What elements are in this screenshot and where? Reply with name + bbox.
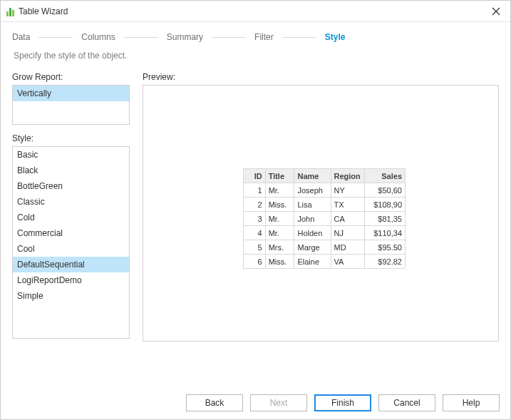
close-icon[interactable] bbox=[483, 1, 509, 21]
table-cell: NJ bbox=[331, 226, 364, 240]
app-icon bbox=[6, 6, 14, 16]
table-header: Sales bbox=[364, 169, 405, 183]
table-row: 4Mr.HoldenNJ$110,34 bbox=[244, 226, 406, 240]
table-cell: 1 bbox=[244, 183, 266, 198]
help-button[interactable]: Help bbox=[443, 394, 500, 411]
style-item[interactable]: Basic bbox=[13, 147, 129, 163]
table-cell: Mr. bbox=[265, 226, 294, 240]
finish-button[interactable]: Finish bbox=[314, 394, 371, 411]
table-cell: Mr. bbox=[265, 212, 294, 226]
table-cell: $81,35 bbox=[364, 212, 405, 226]
table-cell: Miss. bbox=[265, 198, 294, 212]
style-item[interactable]: BottleGreen bbox=[13, 178, 129, 194]
table-row: 2Miss.LisaTX$108,90 bbox=[244, 198, 406, 212]
table-cell: Miss. bbox=[265, 255, 294, 269]
table-cell: Joseph bbox=[294, 183, 331, 198]
table-header: Name bbox=[294, 169, 331, 183]
step-separator bbox=[282, 37, 316, 38]
table-row: 6Miss.ElaineVA$92.82 bbox=[244, 255, 406, 269]
style-item[interactable]: Classic bbox=[13, 194, 129, 210]
step-separator bbox=[38, 37, 73, 38]
table-cell: 2 bbox=[244, 198, 266, 212]
table-cell: 5 bbox=[244, 240, 266, 255]
style-item[interactable]: Cold bbox=[13, 210, 129, 225]
table-header: Title bbox=[265, 169, 294, 183]
step-data[interactable]: Data bbox=[12, 31, 30, 43]
table-cell: $95.50 bbox=[364, 240, 405, 255]
cancel-button[interactable]: Cancel bbox=[378, 394, 435, 411]
table-row: 1Mr.JosephNY$50,60 bbox=[244, 183, 406, 198]
grow-report-listbox[interactable]: Vertically bbox=[12, 85, 130, 125]
table-header: ID bbox=[244, 169, 266, 183]
table-cell: MD bbox=[331, 240, 364, 255]
table-cell: $92.82 bbox=[364, 255, 405, 269]
step-separator bbox=[212, 37, 246, 38]
step-filter[interactable]: Filter bbox=[254, 31, 274, 43]
table-cell: $50,60 bbox=[364, 183, 405, 198]
table-cell: John bbox=[294, 212, 331, 226]
preview-label: Preview: bbox=[143, 72, 499, 82]
style-listbox[interactable]: BasicBlackBottleGreenClassicColdCommerci… bbox=[12, 146, 130, 339]
style-item[interactable]: Black bbox=[13, 163, 129, 178]
table-cell: Holden bbox=[294, 226, 331, 240]
table-cell: Elaine bbox=[294, 255, 331, 269]
step-style[interactable]: Style bbox=[325, 31, 346, 43]
preview-pane: IDTitleNameRegionSales 1Mr.JosephNY$50,6… bbox=[143, 85, 499, 342]
style-item[interactable]: Cool bbox=[13, 241, 129, 257]
titlebar: Table Wizard bbox=[1, 1, 510, 22]
table-cell: Lisa bbox=[294, 198, 331, 212]
style-item[interactable]: Commercial bbox=[13, 225, 129, 241]
step-summary[interactable]: Summary bbox=[167, 31, 203, 43]
table-cell: Marge bbox=[294, 240, 331, 255]
table-cell: VA bbox=[331, 255, 364, 269]
table-cell: $110,34 bbox=[364, 226, 405, 240]
table-cell: CA bbox=[331, 212, 364, 226]
footer-buttons: Back Next Finish Cancel Help bbox=[186, 394, 500, 411]
grow-report-item[interactable]: Vertically bbox=[13, 86, 129, 101]
table-row: 5Mrs.MargeMD$95.50 bbox=[244, 240, 406, 255]
wizard-steps: Data Columns Summary Filter Style bbox=[1, 22, 510, 48]
table-cell: NY bbox=[331, 183, 364, 198]
grow-report-label: Grow Report: bbox=[12, 72, 130, 82]
preview-table-wrap: IDTitleNameRegionSales 1Mr.JosephNY$50,6… bbox=[243, 168, 406, 269]
style-item[interactable]: Simple bbox=[13, 288, 129, 304]
style-item[interactable]: DefaultSequential bbox=[13, 257, 129, 272]
preview-table: IDTitleNameRegionSales 1Mr.JosephNY$50,6… bbox=[243, 168, 406, 269]
back-button[interactable]: Back bbox=[186, 394, 243, 411]
table-header: Region bbox=[331, 169, 364, 183]
style-item[interactable]: LogiReportDemo bbox=[13, 272, 129, 288]
style-label: Style: bbox=[12, 133, 130, 143]
table-cell: Mr. bbox=[265, 183, 294, 198]
subtitle: Specify the style of the object. bbox=[1, 48, 510, 72]
next-button: Next bbox=[250, 394, 307, 411]
table-cell: $108,90 bbox=[364, 198, 405, 212]
table-cell: 4 bbox=[244, 226, 266, 240]
table-row: 3Mr.JohnCA$81,35 bbox=[244, 212, 406, 226]
table-cell: TX bbox=[331, 198, 364, 212]
step-separator bbox=[124, 37, 158, 38]
step-columns[interactable]: Columns bbox=[81, 31, 115, 43]
table-cell: Mrs. bbox=[265, 240, 294, 255]
table-cell: 3 bbox=[244, 212, 266, 226]
table-cell: 6 bbox=[244, 255, 266, 269]
window-title: Table Wizard bbox=[19, 6, 68, 16]
